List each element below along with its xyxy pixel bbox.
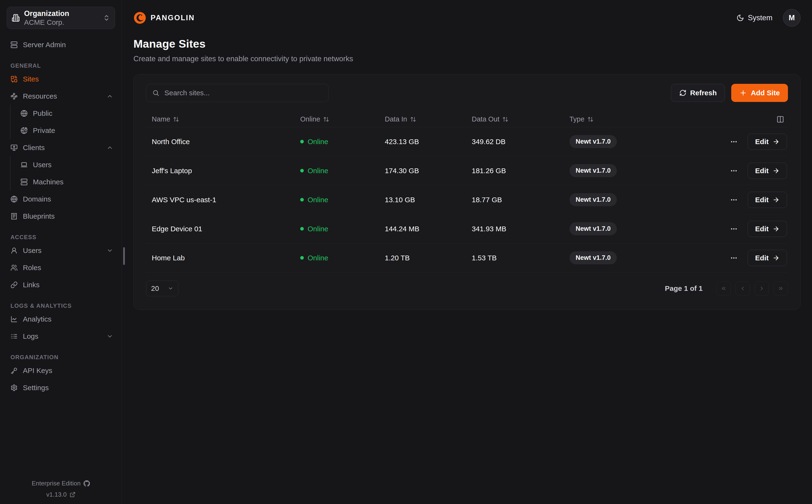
external-link-icon[interactable] bbox=[70, 492, 76, 498]
sidebar-item-label: Users bbox=[23, 247, 41, 255]
column-header-data-in[interactable]: Data In bbox=[379, 115, 466, 123]
combine-icon bbox=[10, 76, 18, 83]
table-row: North Office Online 423.13 GB 349.62 DB … bbox=[146, 127, 788, 156]
chevron-right-icon bbox=[759, 285, 765, 292]
sort-icon bbox=[502, 116, 508, 122]
sidebar-item-private[interactable]: Private bbox=[10, 122, 115, 139]
sidebar-item-resources[interactable]: Resources bbox=[7, 88, 115, 105]
edit-button[interactable]: Edit bbox=[748, 250, 787, 266]
sidebar-item-server-admin[interactable]: Server Admin bbox=[7, 36, 115, 53]
add-site-button[interactable]: Add Site bbox=[731, 84, 788, 102]
table-row: AWS VPC us-east-1 Online 13.10 GB 18.77 … bbox=[146, 185, 788, 214]
sidebar-item-links[interactable]: Links bbox=[7, 276, 115, 293]
sidebar-item-public[interactable]: Public bbox=[10, 105, 115, 122]
github-icon[interactable] bbox=[83, 480, 90, 487]
chevron-down-icon[interactable] bbox=[107, 333, 113, 340]
sidebar-item-blueprints[interactable]: Blueprints bbox=[7, 208, 115, 225]
avatar[interactable]: M bbox=[783, 9, 801, 27]
page-title: Manage Sites bbox=[133, 37, 801, 50]
row-menu-button[interactable] bbox=[729, 166, 739, 176]
data-out-value: 181.26 GB bbox=[466, 167, 564, 175]
ellipsis-icon bbox=[730, 196, 738, 204]
online-dot-icon bbox=[300, 227, 304, 231]
sidebar-item-roles[interactable]: Roles bbox=[7, 259, 115, 276]
sidebar-resize-handle[interactable] bbox=[123, 247, 125, 265]
edit-button[interactable]: Edit bbox=[748, 192, 787, 208]
pagination: 20 Page 1 of 1 bbox=[146, 281, 788, 296]
page-head: Manage Sites Create and manage sites to … bbox=[122, 36, 812, 63]
prev-page-button[interactable] bbox=[736, 281, 750, 296]
sort-icon bbox=[323, 116, 329, 122]
row-menu-button[interactable] bbox=[729, 224, 739, 234]
chevrons-right-icon bbox=[778, 285, 784, 292]
sidebar-item-domains[interactable]: Domains bbox=[7, 191, 115, 208]
globe-lock-icon bbox=[20, 127, 28, 134]
last-page-button[interactable] bbox=[774, 281, 788, 296]
sidebar-item-label: API Keys bbox=[23, 367, 52, 375]
edition-line[interactable]: Enterprise Edition bbox=[7, 480, 115, 487]
ellipsis-icon bbox=[730, 167, 738, 175]
sidebar-item-machines[interactable]: Machines bbox=[10, 173, 115, 191]
page-info: Page 1 of 1 bbox=[665, 284, 703, 292]
sidebar-item-logs[interactable]: Logs bbox=[7, 328, 115, 345]
row-menu-button[interactable] bbox=[729, 195, 739, 205]
data-in-value: 423.13 GB bbox=[379, 138, 466, 146]
site-name: Edge Device 01 bbox=[146, 225, 294, 233]
app-root: Organization ACME Corp. Server Admin GEN… bbox=[0, 0, 812, 504]
receipt-icon bbox=[10, 213, 18, 220]
type-badge: Newt v1.7.0 bbox=[569, 193, 617, 206]
type-badge: Newt v1.7.0 bbox=[569, 251, 617, 264]
row-menu-button[interactable] bbox=[729, 137, 739, 146]
brand[interactable]: PANGOLIN bbox=[133, 11, 195, 24]
column-header-online[interactable]: Online bbox=[294, 115, 379, 123]
column-header-type[interactable]: Type bbox=[564, 115, 707, 123]
sidebar-item-settings[interactable]: Settings bbox=[7, 379, 115, 396]
column-header-name[interactable]: Name bbox=[146, 115, 294, 123]
edit-button[interactable]: Edit bbox=[748, 163, 787, 179]
sidebar-item-client-users[interactable]: Users bbox=[10, 156, 115, 173]
online-dot-icon bbox=[300, 198, 304, 202]
first-page-button[interactable] bbox=[716, 281, 731, 296]
site-name: Home Lab bbox=[146, 254, 294, 262]
ellipsis-icon bbox=[730, 225, 738, 233]
online-dot-icon bbox=[300, 140, 304, 143]
search-input[interactable] bbox=[146, 84, 329, 102]
sidebar-item-label: Links bbox=[23, 281, 40, 289]
column-header-data-out[interactable]: Data Out bbox=[466, 115, 564, 123]
column-visibility-button[interactable] bbox=[775, 114, 786, 125]
sidebar-item-clients[interactable]: Clients bbox=[7, 139, 115, 156]
site-name: AWS VPC us-east-1 bbox=[146, 196, 294, 204]
main-content: PANGOLIN System M Manage Sites Create an… bbox=[122, 0, 812, 504]
next-page-button[interactable] bbox=[755, 281, 769, 296]
row-menu-button[interactable] bbox=[729, 253, 739, 263]
sidebar-item-sites[interactable]: Sites bbox=[7, 71, 115, 88]
data-in-value: 174.30 GB bbox=[379, 167, 466, 175]
theme-toggle[interactable]: System bbox=[736, 14, 772, 22]
table-row: Edge Device 01 Online 144.24 MB 341.93 M… bbox=[146, 214, 788, 243]
refresh-button[interactable]: Refresh bbox=[671, 84, 725, 102]
sidebar-item-label: Machines bbox=[33, 178, 63, 186]
site-name: North Office bbox=[146, 138, 294, 146]
sort-icon bbox=[587, 116, 594, 122]
org-selector[interactable]: Organization ACME Corp. bbox=[7, 7, 115, 29]
chevron-down-icon bbox=[168, 286, 173, 291]
sidebar-item-analytics[interactable]: Analytics bbox=[7, 311, 115, 328]
version-line[interactable]: v1.13.0 bbox=[7, 491, 115, 498]
user-icon bbox=[10, 247, 18, 254]
page-size-select[interactable]: 20 bbox=[146, 281, 178, 296]
edit-button[interactable]: Edit bbox=[748, 221, 787, 237]
chevron-up-icon[interactable] bbox=[107, 144, 113, 151]
sidebar-item-users[interactable]: Users bbox=[7, 242, 115, 259]
section-label-general: GENERAL bbox=[7, 61, 115, 71]
chevron-up-icon[interactable] bbox=[107, 93, 113, 100]
chevron-down-icon[interactable] bbox=[107, 247, 113, 254]
sidebar-item-label: Server Admin bbox=[23, 41, 66, 49]
gear-icon bbox=[10, 384, 18, 391]
globe-icon bbox=[10, 196, 18, 203]
sidebar-item-api-keys[interactable]: API Keys bbox=[7, 362, 115, 379]
clients-subgroup: Users Machines bbox=[10, 156, 115, 191]
status-badge: Online bbox=[294, 167, 379, 175]
edit-button[interactable]: Edit bbox=[748, 134, 787, 150]
data-out-value: 349.62 DB bbox=[466, 138, 564, 146]
search-icon bbox=[152, 89, 159, 96]
